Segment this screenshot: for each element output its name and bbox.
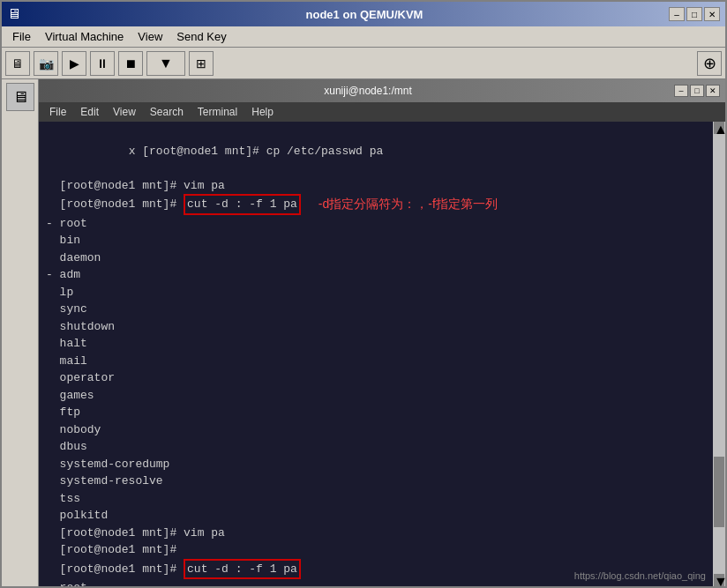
terminal-content[interactable]: x [root@node1 mnt]# cp /etc/passwd pa [r… xyxy=(39,122,713,586)
term-line: bin xyxy=(46,232,706,249)
term-line-shutdown: shutdown xyxy=(46,318,706,336)
toolbar-stop-btn[interactable]: ⏹ xyxy=(118,51,143,76)
term-line: games xyxy=(46,387,706,405)
title-bar: 🖥 node1 on QEMU/KVM – □ ✕ xyxy=(2,2,725,26)
inner-minimize-btn[interactable]: – xyxy=(674,85,688,97)
menu-send-key[interactable]: Send Key xyxy=(169,28,233,45)
toolbar-monitor-btn[interactable]: 🖥 xyxy=(5,51,30,76)
left-strip: 🖥 xyxy=(2,79,39,586)
term-line: operator xyxy=(46,369,706,387)
inner-menu-bar: File Edit View Search Terminal Help xyxy=(39,102,725,122)
close-btn[interactable]: ✕ xyxy=(704,7,720,21)
term-line: - root xyxy=(46,215,706,233)
term-line: systemd-coredump xyxy=(46,456,706,473)
term-line: systemd-resolve xyxy=(46,473,706,490)
outer-window: 🖥 node1 on QEMU/KVM – □ ✕ File Virtual M… xyxy=(0,0,727,588)
inner-maximize-btn[interactable]: □ xyxy=(690,85,704,97)
term-line: [root@node1 mnt]# vim pa xyxy=(46,177,706,195)
main-area: 🖥 xuniji@node1:/mnt – □ ✕ File Edit View… xyxy=(2,79,725,586)
inner-menu-help[interactable]: Help xyxy=(244,104,281,120)
term-line: dbus xyxy=(46,438,706,456)
window-controls: – □ ✕ xyxy=(669,7,720,21)
toolbar-pause-btn[interactable]: ⏸ xyxy=(90,51,115,76)
cmd-highlight-1: cut -d : -f 1 pa xyxy=(184,194,301,215)
inner-terminal-window: xuniji@node1:/mnt – □ ✕ File Edit View S… xyxy=(39,79,725,586)
term-line: [root@node1 mnt]# xyxy=(46,541,706,559)
minimize-btn[interactable]: – xyxy=(669,7,685,21)
term-line: lp xyxy=(46,284,706,301)
toolbar-play-btn[interactable]: ▶ xyxy=(62,51,86,76)
inner-menu-edit[interactable]: Edit xyxy=(73,104,106,120)
scroll-up-btn[interactable]: ▲ xyxy=(714,122,724,134)
inner-menu-search[interactable]: Search xyxy=(143,104,191,120)
inner-title-bar: xuniji@node1:/mnt – □ ✕ xyxy=(39,79,725,102)
term-line: polkitd xyxy=(46,507,706,525)
scrollbar-thumb[interactable] xyxy=(714,457,724,527)
term-line: - adm xyxy=(46,266,706,284)
toolbar-fullscreen-btn[interactable]: ⊞ xyxy=(189,51,214,76)
term-line: halt xyxy=(46,335,706,353)
scroll-down-btn[interactable]: ▼ xyxy=(714,574,724,586)
menu-virtual-machine[interactable]: Virtual Machine xyxy=(38,28,131,45)
term-line: tss xyxy=(46,490,706,508)
left-icon: 🖥 xyxy=(6,83,34,111)
menu-file[interactable]: File xyxy=(5,28,38,45)
maximize-btn[interactable]: □ xyxy=(686,7,702,21)
menu-view[interactable]: View xyxy=(131,28,169,45)
term-line: [root@node1 mnt]# vim pa xyxy=(46,525,706,542)
term-line: daemon xyxy=(46,249,706,267)
scrollbar[interactable]: ▲ ▼ xyxy=(713,122,725,586)
toolbar: 🖥 📷 ▶ ⏸ ⏹ ▼ ⊞ ⊕ xyxy=(2,48,725,79)
inner-close-btn[interactable]: ✕ xyxy=(706,85,720,97)
inner-window-title: xuniji@node1:/mnt xyxy=(62,85,674,97)
inner-window-controls: – □ ✕ xyxy=(674,85,720,97)
term-line: nobody xyxy=(46,421,706,439)
term-line: x [root@node1 mnt]# cp /etc/passwd pa xyxy=(46,125,706,177)
annotation-text: -d指定分隔符为：，-f指定第一列 xyxy=(319,195,498,213)
watermark: https://blog.csdn.net/qiao_qing xyxy=(574,570,706,581)
term-line: sync xyxy=(46,301,706,318)
term-line: ftp xyxy=(46,404,706,421)
term-line-cmd1: [root@node1 mnt]# cut -d : -f 1 pa -d指定分… xyxy=(46,194,706,215)
cmd-highlight-2: cut -d : -f 1 pa xyxy=(184,559,301,580)
inner-menu-terminal[interactable]: Terminal xyxy=(191,104,244,120)
toolbar-dropdown[interactable]: ▼ xyxy=(146,51,185,76)
inner-menu-view[interactable]: View xyxy=(106,104,143,120)
term-line: mail xyxy=(46,353,706,370)
window-title: node1 on QEMU/KVM xyxy=(60,8,669,21)
outer-menu-bar: File Virtual Machine View Send Key xyxy=(2,26,725,48)
inner-menu-file[interactable]: File xyxy=(42,104,73,120)
toolbar-resize-btn[interactable]: ⊕ xyxy=(697,51,722,76)
toolbar-camera-btn[interactable]: 📷 xyxy=(34,51,58,76)
